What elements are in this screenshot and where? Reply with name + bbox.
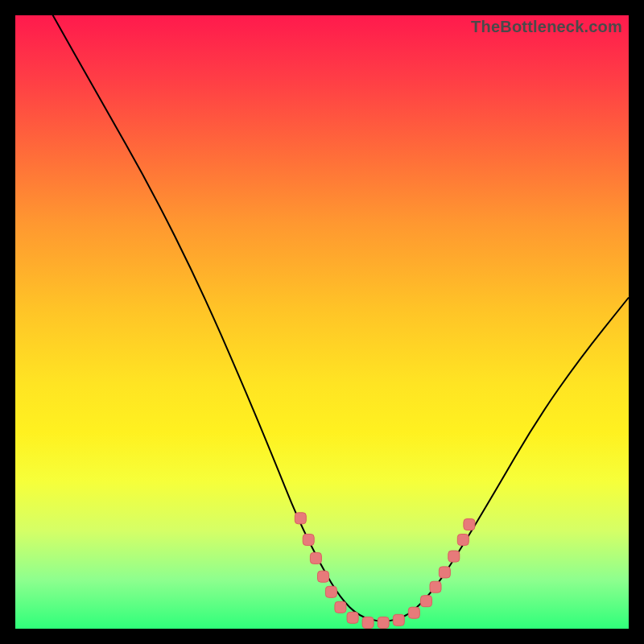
data-dot xyxy=(439,567,450,578)
bottleneck-curve xyxy=(46,15,629,621)
data-dot xyxy=(378,617,389,628)
data-dot xyxy=(408,607,419,618)
chart-svg xyxy=(15,15,629,629)
data-dot xyxy=(464,519,475,530)
watermark-text: TheBottleneck.com xyxy=(471,18,622,36)
data-dot xyxy=(430,581,441,592)
data-dot xyxy=(393,614,404,625)
data-dot xyxy=(335,601,346,613)
data-dot xyxy=(421,596,432,607)
chart-frame: TheBottleneck.com xyxy=(15,15,629,629)
data-dot xyxy=(310,552,321,564)
data-dot xyxy=(303,535,314,546)
data-dot xyxy=(347,612,358,623)
data-dot xyxy=(318,571,329,582)
data-dot xyxy=(457,535,469,546)
data-dot xyxy=(295,513,306,524)
data-dot xyxy=(362,617,374,628)
data-dot xyxy=(448,551,460,562)
data-dots-group xyxy=(295,513,475,629)
data-dot xyxy=(325,586,336,597)
